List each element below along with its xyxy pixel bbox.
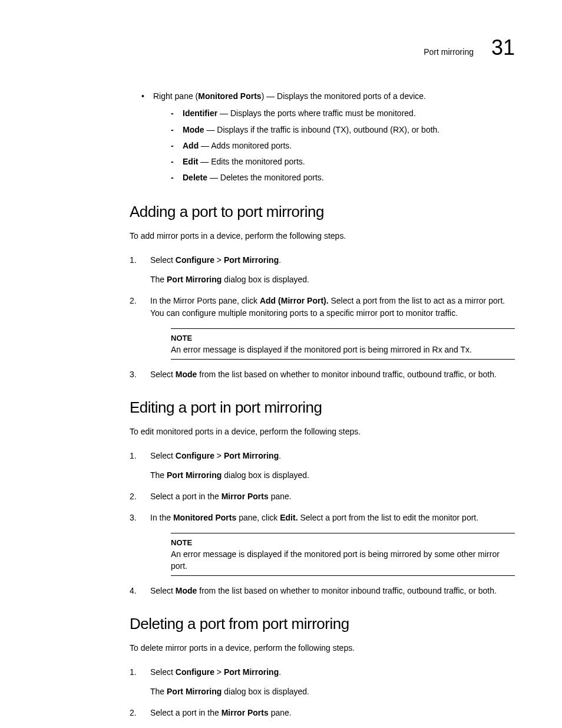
note-label: NOTE — [171, 332, 515, 344]
step-bold: Port Mirroring — [224, 451, 279, 460]
dash-text: — Displays if the traffic is inbound (TX… — [204, 125, 440, 134]
step-text: In the Mirror Ports pane, click — [150, 296, 260, 305]
sub-post: dialog box is displayed. — [222, 470, 309, 480]
dash-item: Identifier — Displays the ports where tr… — [171, 106, 515, 121]
step-bold: Mirror Ports — [222, 492, 269, 501]
dash-item: Mode — Displays if the traffic is inboun… — [171, 123, 515, 137]
step-bold: Mode — [176, 586, 197, 595]
note-block: NOTE An error message is displayed if th… — [171, 328, 515, 360]
sub-post: dialog box is displayed. — [222, 687, 309, 696]
section-heading-editing: Editing a port in port mirroring — [130, 398, 515, 417]
step-text: Select — [150, 667, 176, 677]
note-block: NOTE An error message is displayed if th… — [171, 533, 515, 576]
sub-bold: Port Mirroring — [167, 275, 222, 284]
step-item: Select Configure > Port Mirroring. The P… — [130, 666, 515, 698]
note-text: An error message is displayed if the mon… — [171, 549, 515, 572]
step-text: Select — [150, 255, 176, 265]
step-text: from the list based on whether to monito… — [197, 586, 496, 595]
step-bold: Configure — [176, 667, 214, 677]
dash-text: — Deletes the monitored ports. — [207, 173, 324, 182]
step-item: Select a port in the Mirror Ports pane. — [130, 707, 515, 719]
step-text: . — [279, 667, 281, 677]
step-bold: Monitored Ports — [173, 513, 236, 522]
step-bold: Configure — [176, 255, 214, 265]
dash-bold: Edit — [183, 157, 198, 166]
header-chapter-number: 31 — [491, 35, 515, 60]
section-intro: To add mirror ports in a device, perform… — [130, 230, 515, 242]
sub-bold: Port Mirroring — [167, 470, 222, 480]
dash-item: Delete — Deletes the monitored ports. — [171, 170, 515, 185]
dash-text: — Edits the monitored ports. — [198, 157, 305, 166]
step-item: Select Mode from the list based on wheth… — [130, 585, 515, 597]
step-text: pane, click — [236, 513, 280, 522]
sub-post: dialog box is displayed. — [222, 275, 309, 284]
dash-list: Identifier — Displays the ports where tr… — [171, 106, 515, 185]
bullet-text-bold: Monitored Ports — [198, 91, 261, 101]
step-text: Select — [150, 586, 176, 595]
numbered-list-editing: Select Configure > Port Mirroring. The P… — [130, 450, 515, 597]
step-item: Select Configure > Port Mirroring. The P… — [130, 254, 515, 286]
step-item: Select Configure > Port Mirroring. The P… — [130, 450, 515, 482]
step-text: . — [279, 451, 281, 460]
step-item: In the Monitored Ports pane, click Edit.… — [130, 512, 515, 576]
step-subtext: The Port Mirroring dialog box is display… — [150, 469, 515, 482]
sub-pre: The — [150, 470, 167, 480]
step-text: pane. — [269, 492, 292, 501]
dash-text: — Displays the ports where traffic must … — [217, 108, 416, 118]
top-bullet-list: Right pane (Monitored Ports) — Displays … — [141, 90, 515, 185]
header-section-title: Port mirroring — [424, 47, 474, 57]
step-item: Select Mode from the list based on wheth… — [130, 368, 515, 381]
section-intro: To edit monitored ports in a device, per… — [130, 426, 515, 438]
step-text: pane. — [269, 708, 292, 717]
step-bold: Configure — [176, 451, 214, 460]
step-subtext: The Port Mirroring dialog box is display… — [150, 274, 515, 286]
step-text: Select a port in the — [150, 492, 222, 501]
step-bold: Mode — [176, 370, 197, 379]
dash-item: Edit — Edits the monitored ports. — [171, 154, 515, 169]
step-bold: Mirror Ports — [222, 708, 269, 717]
step-item: In the Mirror Ports pane, click Add (Mir… — [130, 295, 515, 360]
dash-bold: Delete — [183, 173, 207, 182]
numbered-list-adding: Select Configure > Port Mirroring. The P… — [130, 254, 515, 381]
numbered-list-deleting: Select Configure > Port Mirroring. The P… — [130, 666, 515, 728]
section-heading-adding: Adding a port to port mirroring — [130, 203, 515, 221]
bullet-text-post: ) — Displays the monitored ports of a de… — [262, 91, 426, 101]
step-text: Select — [150, 370, 176, 379]
step-text: from the list based on whether to monito… — [197, 370, 496, 379]
step-item: Select a port in the Mirror Ports pane. — [130, 490, 515, 503]
sub-pre: The — [150, 275, 167, 284]
bullet-text-pre: Right pane ( — [153, 91, 198, 101]
note-text: An error message is displayed if the mon… — [171, 344, 515, 356]
step-text: Select a port in the — [150, 708, 222, 717]
section-heading-deleting: Deleting a port from port mirroring — [130, 615, 515, 633]
step-text: > — [214, 451, 224, 460]
step-bold: Add (Mirror Port). — [260, 296, 329, 305]
dash-bold: Identifier — [183, 108, 217, 118]
step-bold: Port Mirroring — [224, 667, 279, 677]
dash-bold: Mode — [183, 125, 204, 134]
step-subtext: The Port Mirroring dialog box is display… — [150, 686, 515, 698]
step-text: . — [279, 255, 281, 265]
sub-bold: Port Mirroring — [167, 687, 222, 696]
dash-bold: Add — [183, 141, 199, 150]
step-text: In the — [150, 513, 173, 522]
note-label: NOTE — [171, 537, 515, 549]
step-text: Select a port from the list to edit the … — [298, 513, 479, 522]
dash-text: — Adds monitored ports. — [199, 141, 292, 150]
step-text: Select — [150, 451, 176, 460]
page-header: Port mirroring 31 — [47, 35, 515, 60]
step-bold: Port Mirroring — [224, 255, 279, 265]
dash-item: Add — Adds monitored ports. — [171, 139, 515, 153]
step-bold: Edit. — [280, 513, 297, 522]
step-text: > — [214, 255, 224, 265]
bullet-item: Right pane (Monitored Ports) — Displays … — [141, 90, 515, 185]
section-intro: To delete mirror ports in a device, perf… — [130, 642, 515, 654]
sub-pre: The — [150, 687, 167, 696]
step-text: > — [214, 667, 224, 677]
